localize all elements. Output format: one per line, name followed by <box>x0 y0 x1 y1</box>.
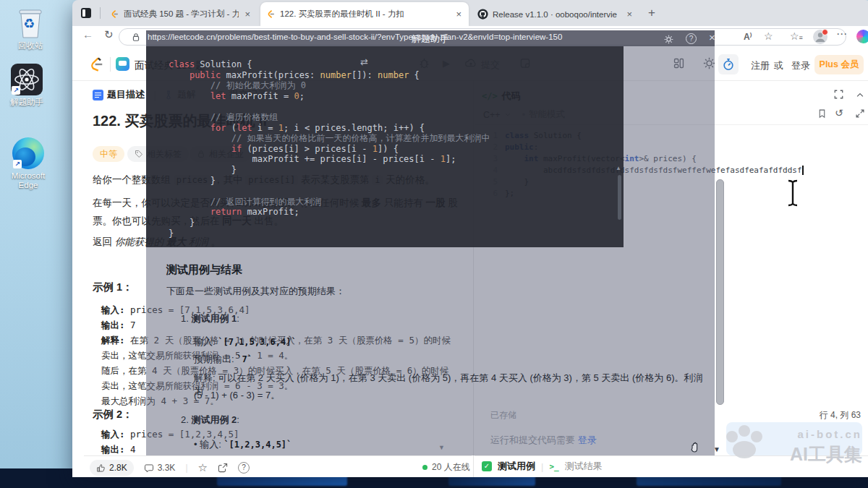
recycle-bin-icon: ♻ <box>14 4 46 39</box>
online-dot-icon <box>422 465 427 470</box>
tab-actions-button[interactable] <box>78 5 94 21</box>
stopwatch-icon <box>722 58 735 71</box>
tests-heading: 测试用例与结果 <box>166 263 242 277</box>
watermark-paw-icon <box>723 424 765 461</box>
testcase1-input: 输入: `[7,1,5,3,6,4]` <box>194 335 297 348</box>
atom-app-icon: ↗ <box>11 64 43 95</box>
favorite-problem-icon[interactable]: ☆ <box>198 461 208 474</box>
timer-button[interactable] <box>718 54 739 74</box>
assistant-close-icon[interactable]: × <box>709 31 715 43</box>
fullscreen-icon[interactable] <box>833 89 844 100</box>
profile-avatar[interactable] <box>813 30 827 44</box>
codeblock-scrollbar-thumb[interactable] <box>618 175 621 220</box>
shortcut-arrow-icon: ↗ <box>12 86 20 95</box>
cursor-position: 行 4, 列 63 <box>796 409 861 421</box>
url-text[interactable]: https://leetcode.cn/problems/best-time-t… <box>148 33 562 41</box>
tests-scroll-hint-icon: ▼ <box>438 444 445 451</box>
leetcode-logo[interactable] <box>88 56 104 73</box>
desktop-icon-label: 回收站 <box>8 41 53 51</box>
collections-icon[interactable]: ☆≡ <box>790 30 802 42</box>
notification-dot <box>822 29 828 35</box>
tab-close-icon[interactable]: × <box>454 9 463 20</box>
tab-close-icon[interactable]: × <box>243 9 252 20</box>
collapse-chevron-up-icon[interactable] <box>855 90 865 100</box>
tab-testresult[interactable]: 测试结果 <box>565 460 603 473</box>
codeblock-scroll-up-icon[interactable]: ▲ <box>616 165 621 171</box>
tag-icon <box>135 150 143 158</box>
browser-menu-icon[interactable]: ⋯ <box>836 27 847 40</box>
share-icon[interactable] <box>218 463 228 473</box>
shortcut-arrow-icon: ↗ <box>13 160 22 168</box>
tab-divider <box>100 7 101 19</box>
assistant-help-icon[interactable]: ? <box>686 33 697 44</box>
terminal-icon: >_ <box>549 462 558 471</box>
overlay-scroll-down-icon[interactable]: ▼ <box>713 445 720 453</box>
testcase-check-icon: ✓ <box>482 461 492 471</box>
tab-github-release[interactable]: Release v1.1.0 · ooboqoo/intervie × <box>472 4 639 25</box>
assistant-code-block: ⇄ class Solution { public maxProfit(pric… <box>146 46 624 247</box>
example1-label: 示例 1： <box>93 281 133 294</box>
testcase1-title: 1. 测试用例 1: <box>181 312 239 325</box>
example2-label: 示例 2： <box>93 408 133 421</box>
feedback-help-icon[interactable]: ? <box>238 462 250 474</box>
console-tabs: ✓ 测试用例 | >_ 测试结果 <box>482 460 603 473</box>
tab-close-icon[interactable]: × <box>625 9 634 20</box>
testcase1-explanation-2: (5 - 1) + (6 - 3) = 7。 <box>194 389 280 402</box>
leetcode-favicon <box>266 9 276 20</box>
github-favicon <box>477 9 488 20</box>
desktop-screen: ♻ 回收站 ↗ 解题助手 ↗ Microsoft Edge <box>0 0 868 488</box>
copilot-icon[interactable] <box>856 30 868 43</box>
tab-testcase[interactable]: 测试用例 <box>498 460 535 473</box>
testcase1-expected: 预期输出: `7` <box>194 353 252 366</box>
footer-divider <box>84 455 472 456</box>
testcase2-input: • 输入: `[1,2,3,4,5]` <box>194 438 292 451</box>
tab-problem-description[interactable]: 题目描述 <box>93 88 145 101</box>
watermark-line1: ai-bot.cn <box>767 428 862 440</box>
plus-member-button[interactable]: Plus 会员 <box>814 55 864 74</box>
difficulty-badge: 中等 <box>93 146 124 162</box>
tab-title: 122. 买卖股票的最佳时机 II - 力扣 <box>280 9 450 20</box>
tab-title: Release v1.1.0 · ooboqoo/intervie <box>493 10 621 19</box>
thumbs-up-icon <box>96 463 106 473</box>
assistant-solution-code: class Solution { public maxProfit(prices… <box>169 59 490 239</box>
study-plan-icon[interactable] <box>116 57 129 71</box>
tab-problem-active[interactable]: 122. 买卖股票的最佳时机 II - 力扣 × <box>260 2 469 26</box>
desktop-icon-edge[interactable]: ↗ Microsoft Edge <box>6 137 51 190</box>
expand-icon[interactable] <box>855 108 865 119</box>
comments-button[interactable]: 3.3K <box>144 463 176 473</box>
desktop-icon-jieti-assistant[interactable]: ↗ 解题助手 <box>4 64 49 107</box>
ibeam-cursor <box>786 179 800 207</box>
or-text: 或 <box>774 59 783 72</box>
like-button[interactable]: 2.8K <box>90 460 134 476</box>
hand-cursor-icon <box>689 441 703 455</box>
new-tab-button[interactable]: + <box>648 6 655 20</box>
read-aloud-icon[interactable]: A) <box>744 31 752 42</box>
refresh-button[interactable]: ↻ <box>104 28 114 41</box>
lock-icon <box>132 33 140 42</box>
leetcode-favicon <box>110 9 119 20</box>
bookmark-icon[interactable] <box>817 108 827 119</box>
favorite-star-icon[interactable]: ☆ <box>764 30 773 42</box>
desktop-icon-label: Microsoft Edge <box>6 171 51 190</box>
overlay-scrollbar-thumb[interactable] <box>716 179 724 405</box>
assistant-settings-gear-icon[interactable] <box>664 35 673 44</box>
tests-intro: 下面是一些测试用例及其对应的预期结果： <box>166 285 345 298</box>
assistant-overlay-window[interactable]: 解题助手 ? × ⇄ class Solution { public maxPr… <box>146 30 715 455</box>
testcase2-title: 2. 测试用例 2: <box>181 414 239 427</box>
back-button[interactable]: ← <box>82 28 93 40</box>
problem-footer: 2.8K 3.3K | ☆ ? <box>90 460 250 476</box>
description-icon <box>93 90 103 100</box>
reset-code-icon[interactable]: ↺ <box>835 107 843 119</box>
desktop-icon-label: 解题助手 <box>4 98 49 107</box>
online-count: 20 人在线 <box>422 461 470 474</box>
tab-study-plan[interactable]: 面试经典 150 题 - 学习计划 - 力扣 × <box>104 4 258 25</box>
register-link[interactable]: 注册 <box>751 59 770 72</box>
login-link[interactable]: 登录 <box>791 59 810 72</box>
comment-bubble-icon <box>144 463 154 473</box>
tab-title: 面试经典 150 题 - 学习计划 - 力扣 <box>124 9 239 20</box>
desktop-icon-recycle-bin[interactable]: ♻ 回收站 <box>8 4 53 51</box>
watermark-line2: AI工具集 <box>767 442 862 466</box>
